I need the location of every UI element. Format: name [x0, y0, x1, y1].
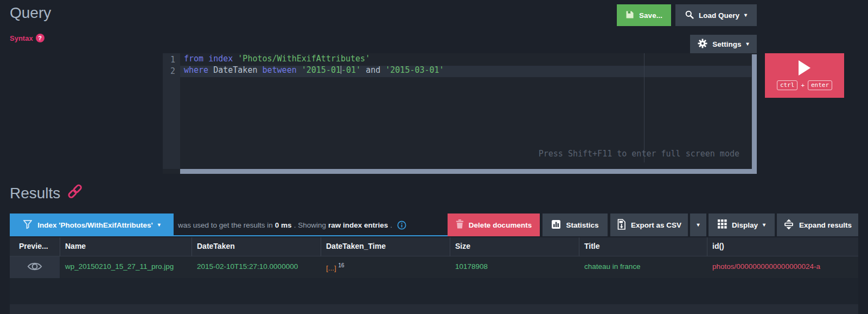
cell-name: wp_20150210_15_27_11_pro.jpg	[65, 262, 174, 271]
column-header-id[interactable]: id()	[712, 242, 724, 250]
settings-button[interactable]: Settings ▾	[690, 35, 757, 53]
eye-icon	[27, 261, 42, 274]
chevron-down-icon: ▾	[697, 222, 699, 228]
export-csv-label: Export as CSV	[631, 221, 681, 229]
expand-results-label: Expand results	[799, 221, 852, 229]
preview-button[interactable]	[10, 256, 60, 278]
syntax-help-link[interactable]: Syntax ?	[10, 34, 44, 42]
ctrl-key-badge: ctrl	[777, 80, 798, 90]
line-number: 2	[163, 66, 180, 77]
expand-results-button[interactable]: Expand results	[777, 213, 858, 236]
cell-datetaken: 2015-02-10T15:27:10.0000000	[197, 262, 298, 271]
grid-scroll-track[interactable]	[10, 304, 858, 314]
chevron-down-icon: ▾	[746, 41, 749, 47]
settings-label: Settings	[712, 40, 741, 48]
index-used-dropdown[interactable]: Index 'Photos/WithExifAttributes' ▾	[10, 213, 174, 236]
display-button[interactable]: Display ▾	[709, 213, 775, 236]
statistics-label: Statistics	[566, 221, 598, 229]
save-icon	[626, 10, 634, 21]
delete-documents-button[interactable]: Delete documents	[448, 213, 540, 236]
gear-icon	[698, 39, 707, 50]
index-used-label: Index 'Photos/WithExifAttributes'	[37, 221, 153, 229]
expand-icon	[783, 219, 794, 231]
bar-chart-icon	[551, 219, 561, 231]
chevron-down-icon: ▾	[763, 222, 765, 228]
help-question-icon: ?	[36, 34, 44, 42]
save-button-label: Save...	[639, 11, 662, 20]
collection-count-superscript: 16	[339, 262, 344, 268]
code-line-1: from index 'Photos/WithExifAttributes'	[180, 53, 751, 65]
fullscreen-hint: Press Shift+F11 to enter full screen mod…	[539, 149, 739, 159]
results-title: Results	[10, 184, 83, 203]
column-header-preview[interactable]: Previe...	[19, 242, 48, 250]
index-icon	[23, 219, 33, 231]
export-csv-caret-button[interactable]: ▾	[690, 213, 706, 236]
info-icon[interactable]	[397, 221, 406, 230]
editor-vertical-scrollbar[interactable]	[751, 54, 757, 169]
csv-file-icon	[617, 219, 626, 231]
table-row: wp_20150210_15_27_11_pro.jpg 2015-02-10T…	[10, 256, 858, 278]
load-query-button[interactable]: Load Query ▾	[675, 4, 757, 26]
search-icon	[685, 10, 694, 21]
editor-horizontal-scrollbar[interactable]	[180, 169, 757, 174]
enter-key-badge: enter	[808, 80, 832, 90]
line-number: 1	[163, 54, 180, 66]
cell-document-id-link[interactable]: photos/0000000000000000024-a	[712, 262, 820, 271]
results-grid: Previe... Name DateTaken DateTaken_Time …	[10, 237, 858, 314]
delete-documents-label: Delete documents	[469, 221, 532, 229]
column-header-size[interactable]: Size	[455, 242, 470, 250]
chevron-down-icon: ▾	[158, 222, 161, 228]
cell-size: 10178908	[455, 262, 488, 271]
chevron-down-icon: ▾	[744, 12, 747, 18]
trash-icon	[456, 219, 464, 230]
query-editor[interactable]: 1 2 from index 'Photos/WithExifAttribute…	[163, 53, 757, 174]
run-query-button[interactable]: ctrl + enter	[765, 53, 844, 98]
link-icon[interactable]	[67, 184, 83, 203]
export-csv-button[interactable]: Export as CSV	[610, 213, 688, 236]
syntax-label: Syntax	[10, 34, 33, 42]
toolbar-underline	[10, 235, 448, 236]
grid-icon	[718, 219, 727, 230]
column-header-name[interactable]: Name	[65, 242, 86, 250]
column-header-datetaken[interactable]: DateTaken	[197, 242, 235, 250]
shortcut-hint: ctrl + enter	[777, 80, 832, 90]
editor-code-area[interactable]: from index 'Photos/WithExifAttributes' w…	[180, 53, 751, 169]
statistics-button[interactable]: Statistics	[542, 213, 608, 236]
cell-title: chateau in france	[584, 262, 641, 271]
plus-sign: +	[801, 82, 805, 89]
cell-datetaken-time: [...] 16	[326, 262, 344, 272]
load-query-label: Load Query	[699, 11, 739, 20]
display-label: Display	[732, 221, 758, 229]
column-header-datetaken-time[interactable]: DateTaken_Time	[326, 242, 386, 250]
play-icon	[799, 60, 810, 76]
page-title: Query	[10, 4, 51, 22]
save-button[interactable]: Save...	[617, 4, 671, 26]
column-header-title[interactable]: Title	[584, 242, 600, 250]
editor-gutter: 1 2	[163, 53, 180, 169]
grid-header-row: Previe... Name DateTaken DateTaken_Time …	[10, 237, 858, 256]
results-meta-text: was used to get the results in 0 ms . Sh…	[178, 213, 406, 236]
code-line-2: where DateTaken between '2015-01-01' and…	[180, 65, 751, 76]
